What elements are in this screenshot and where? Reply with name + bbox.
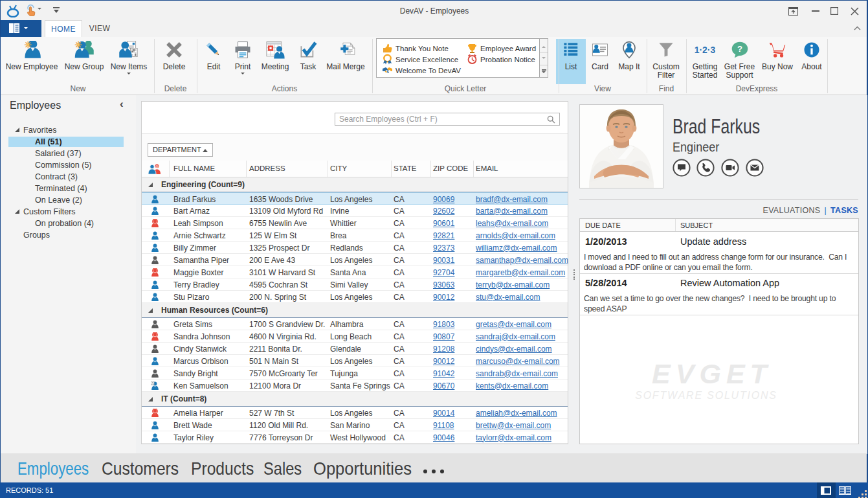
svg-text:?: ?	[737, 44, 742, 54]
svg-text:@: @	[155, 164, 159, 168]
svg-text:1·2·3: 1·2·3	[695, 45, 716, 55]
